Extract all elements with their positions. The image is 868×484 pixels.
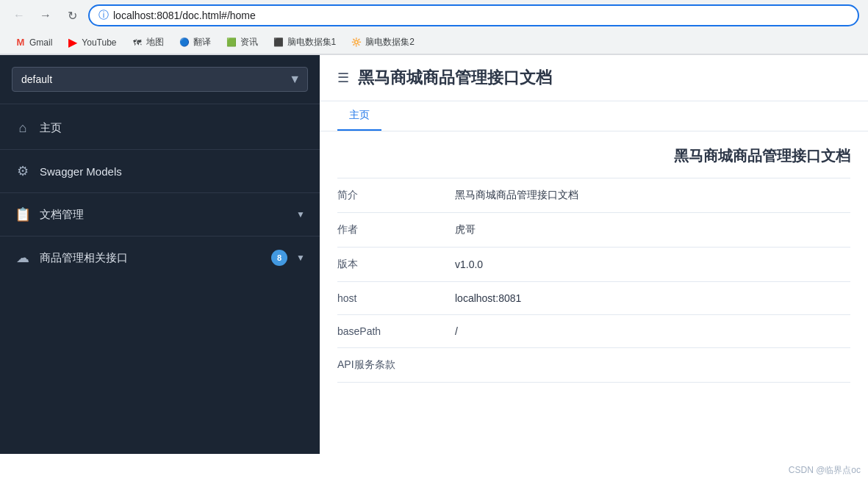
info-value-description: 黑马商城商品管理接口文档 [455,189,850,202]
info-label-author: 作者 [337,223,455,236]
sidebar-item-product[interactable]: ☁ 商品管理相关接口 8 ▼ [0,239,320,276]
info-row-host: host localhost:8081 [337,282,850,315]
nav-divider-1 [0,149,320,150]
browser-chrome: ← → ↻ ⓘ M Gmail ▶ YouTube 🗺 地图 🔵 翻译 🟩 资讯 [0,0,868,55]
info-icon: ⓘ [98,9,109,22]
brain2-icon: 🔆 [351,37,362,48]
product-badge: 8 [271,250,287,266]
app-container: default ▼ ⌂ 主页 ⚙ Swagger Models 📋 文档管理 [0,55,868,454]
navigation-bar: ← → ↻ ⓘ [0,0,868,31]
main-header: ☰ 黑马商城商品管理接口文档 [320,55,868,101]
news-icon: 🟩 [226,37,237,48]
info-label-description: 简介 [337,189,455,202]
bookmark-news[interactable]: 🟩 资讯 [220,34,264,51]
bookmark-translate-label: 翻译 [193,36,211,48]
sidebar: default ▼ ⌂ 主页 ⚙ Swagger Models 📋 文档管理 [0,55,320,454]
sidebar-item-swagger-label: Swagger Models [40,165,305,178]
info-row-author: 作者 虎哥 [337,213,850,248]
bookmark-youtube-label: YouTube [82,37,116,48]
info-value-version: v1.0.0 [455,259,850,270]
info-value-host: localhost:8081 [455,292,850,304]
sidebar-select-wrapper: default ▼ [0,55,320,104]
maps-icon: 🗺 [132,37,143,48]
info-label-terms: API服务条款 [337,358,455,372]
bookmark-brain2[interactable]: 🔆 脑电数据集2 [345,34,420,51]
api-group-select[interactable]: default [12,67,308,92]
bookmark-brain2-label: 脑电数据集2 [365,36,415,48]
youtube-icon: ▶ [67,37,79,48]
sidebar-item-docmgmt[interactable]: 📋 文档管理 ▼ [0,196,320,233]
bookmark-brain1-label: 脑电数据集1 [287,36,337,48]
gmail-icon: M [15,37,26,48]
nav-divider-2 [0,192,320,193]
bookmark-translate[interactable]: 🔵 翻译 [173,34,217,51]
bookmark-maps-label: 地图 [146,36,164,48]
sidebar-item-home-label: 主页 [40,121,305,135]
info-label-basepath: basePath [337,325,455,337]
back-button[interactable]: ← [9,5,29,26]
product-chevron-icon: ▼ [296,253,305,263]
sidebar-nav: ⌂ 主页 ⚙ Swagger Models 📋 文档管理 ▼ ☁ 商品管理相关接… [0,104,320,454]
info-row-description: 简介 黑马商城商品管理接口文档 [337,178,850,213]
nav-divider-3 [0,236,320,236]
bookmark-maps[interactable]: 🗺 地图 [126,34,170,51]
watermark: CSDN @临界点oc [789,464,861,477]
bookmark-youtube[interactable]: ▶ YouTube [61,35,122,51]
bookmarks-bar: M Gmail ▶ YouTube 🗺 地图 🔵 翻译 🟩 资讯 ⬛ 脑电数据集… [0,31,868,54]
menu-icon[interactable]: ☰ [337,70,349,86]
docmgmt-chevron-icon: ▼ [296,209,305,220]
bookmark-news-label: 资讯 [240,36,258,48]
address-bar-wrapper: ⓘ [88,4,859,26]
bookmark-gmail[interactable]: M Gmail [9,35,58,51]
address-bar[interactable] [113,10,849,21]
tab-nav: 主页 [320,101,868,131]
bookmark-gmail-label: Gmail [29,37,52,48]
bookmark-brain1[interactable]: ⬛ 脑电数据集1 [267,34,342,51]
info-row-terms: API服务条款 [337,348,850,383]
sidebar-item-product-label: 商品管理相关接口 [40,251,262,265]
select-wrapper: default ▼ [12,67,308,92]
sidebar-item-swagger[interactable]: ⚙ Swagger Models [0,153,320,189]
info-section: 黑马商城商品管理接口文档 简介 黑马商城商品管理接口文档 作者 虎哥 版本 v1… [320,131,868,383]
info-section-title: 黑马商城商品管理接口文档 [337,131,850,178]
info-label-host: host [337,292,455,304]
tab-home[interactable]: 主页 [337,101,381,131]
translate-icon: 🔵 [179,37,190,48]
info-row-basepath: basePath / [337,315,850,348]
docmgmt-icon: 📋 [15,206,31,223]
page-title: 黑马商城商品管理接口文档 [358,67,552,89]
reload-button[interactable]: ↻ [62,5,82,26]
info-value-author: 虎哥 [455,223,850,236]
main-content: ☰ 黑马商城商品管理接口文档 主页 黑马商城商品管理接口文档 简介 黑马商城商品… [320,55,868,454]
info-row-version: 版本 v1.0.0 [337,248,850,282]
brain1-icon: ⬛ [273,37,284,48]
sidebar-item-home[interactable]: ⌂ 主页 [0,110,320,146]
info-label-version: 版本 [337,258,455,271]
forward-button[interactable]: → [35,5,56,26]
info-value-basepath: / [455,325,850,337]
product-icon: ☁ [15,250,31,266]
swagger-icon: ⚙ [15,163,31,179]
sidebar-item-docmgmt-label: 文档管理 [40,208,287,222]
home-icon: ⌂ [15,120,31,136]
